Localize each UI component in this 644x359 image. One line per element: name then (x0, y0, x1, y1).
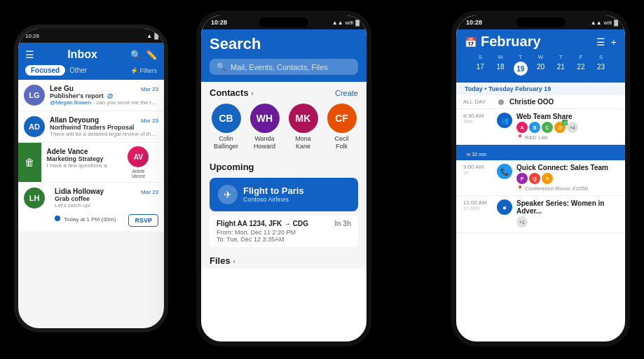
filter-button[interactable]: ⚡ Filters (130, 67, 157, 74)
avatar-adele-photo: AV (128, 146, 149, 167)
mid-battery-icon: ▓ (355, 20, 359, 26)
day-18[interactable]: 18 (491, 62, 511, 76)
calendar-event-lidia: Today at 1 PM (30m) (55, 216, 116, 223)
day-19-today[interactable]: 19 (514, 62, 528, 76)
speaker-attendee-more: +1 (516, 216, 528, 227)
phone-right: 10:28 ▲▲ wifi ▓ 📅 February ☰ + S M T W (451, 10, 630, 346)
search-title: Search (210, 35, 358, 53)
email-item-adele[interactable]: 🗑 Adele Vance Marketing Strategy I have … (18, 143, 164, 183)
flight-title: Flight to Paris (243, 185, 304, 196)
upcoming-title: Upcoming (210, 162, 254, 172)
duration-830: 30m (463, 119, 493, 124)
name-mona: MonaKane (295, 135, 311, 150)
menu-icon[interactable]: ☰ (25, 49, 34, 60)
mid-wifi-icon: wifi (345, 20, 354, 26)
sender-adele: Adele Vance (47, 148, 88, 155)
all-day-label: ALL DAY (463, 99, 493, 105)
search-bar[interactable]: 🔍 Mail, Events, Contacts, Files (210, 59, 358, 75)
files-title: Files › (210, 255, 235, 266)
name-wanda: WandaHoward (254, 135, 275, 150)
trash-action[interactable]: 🗑 (18, 143, 41, 182)
contacts-section-header: Contacts › Create (201, 82, 366, 101)
speaker-icon-glyph: ● (502, 204, 507, 211)
avatar-allan: AD (24, 116, 45, 137)
compose-icon[interactable]: ✏️ (146, 50, 157, 60)
day-23[interactable]: 23 (591, 62, 611, 76)
right-battery-icon: ▓ (614, 20, 618, 26)
flight-details[interactable]: Flight AA 1234, JFK → CDG In 3h From: Mo… (210, 216, 358, 247)
sender-lidia: Lidia Holloway (55, 188, 104, 195)
event-web-team[interactable]: 8:30 AM 30m 👥 Web Team Share A B C ✓ D +… (456, 109, 625, 145)
name-colin: ColinBallinger (214, 135, 238, 150)
contact-colin[interactable]: CB ColinBallinger (210, 104, 242, 150)
cal-list-view-icon[interactable]: ☰ (596, 36, 605, 48)
avatar-colin: CB (212, 104, 241, 133)
sales-location-icon: 📍 (516, 185, 523, 192)
email-item-lidia[interactable]: LH Lidia Holloway Mar 23 Grab coffee Let… (18, 183, 164, 232)
location-pin-icon: 📍 (516, 134, 523, 141)
subject-lee: Publisher's report @ (50, 92, 158, 99)
day-17[interactable]: 17 (470, 62, 491, 76)
preview-adele: I have a few questions a (47, 162, 107, 169)
time-900: 9:00 AM (463, 164, 493, 170)
dow-s2: S (591, 54, 611, 60)
search-icon[interactable]: 🔍 (130, 50, 142, 60)
attendee-2: B (529, 122, 540, 133)
rsvp-button[interactable]: RSVP (128, 214, 158, 227)
calendar-icon: 📅 (465, 36, 477, 48)
event-all-day[interactable]: ALL DAY Christie OOO (456, 95, 625, 109)
sales-icon: 📞 (497, 164, 512, 179)
event-section: ALL DAY Christie OOO 8:30 AM 30m 👥 Web T… (456, 95, 625, 233)
duration-900: 1h (463, 170, 493, 175)
event-christie: Christie OOO (509, 98, 554, 106)
dow-f: F (571, 54, 591, 60)
phone-left: 10:28 ▲ ▓ ☰ Inbox 🔍 ✏️ Focused Other ⚡ F… (14, 24, 168, 332)
sales-icon-glyph: 📞 (500, 168, 509, 176)
cal-add-icon[interactable]: + (611, 36, 617, 48)
flight-subtitle: Contoso Airlines (243, 196, 304, 203)
tab-focused[interactable]: Focused (25, 65, 65, 76)
attendee-3: C (542, 122, 553, 133)
cal-week-row: 17 18 19 20 21 22 23 (470, 62, 611, 76)
cal-grid: S M T W T F S 17 18 19 20 21 22 23 (465, 54, 617, 80)
upcoming-card[interactable]: ✈ Flight to Paris Contoso Airlines (210, 178, 358, 211)
all-day-dot (498, 99, 504, 105)
preview-lee: @Megan Bowen - can you send me the lates… (50, 99, 158, 106)
email-list: LG Lee Gu Mar 23 Publisher's report @ @M… (18, 80, 164, 232)
day-21[interactable]: 21 (551, 62, 571, 76)
day-22[interactable]: 22 (571, 62, 591, 76)
contact-wanda[interactable]: WH WandaHoward (248, 104, 281, 150)
dow-s1: S (470, 54, 491, 60)
left-status-bar: 10:28 ▲ ▓ (18, 29, 164, 43)
contact-cecil[interactable]: CF CecilFolk (325, 104, 358, 150)
sales-location: 📍 Conference Room X1050 (516, 185, 618, 192)
event-sales-team[interactable]: 9:00 AM 1h 📞 Quick Connect: Sales Team P… (456, 160, 625, 196)
mid-notch: 10:28 ▲▲ wifi ▓ (201, 15, 366, 29)
avatar-lee: LG (24, 85, 45, 106)
web-team-icon: 👥 (497, 113, 512, 128)
event-sales-team-wrapper: in 32 min 9:00 AM 1h 📞 Quick Connect: Sa… (456, 145, 625, 196)
left-time: 10:28 (25, 33, 39, 39)
flight-icon: ✈ (218, 185, 238, 204)
search-header: Search 🔍 Mail, Events, Contacts, Files (201, 29, 366, 82)
sender-allan: Allan Deyoung (50, 116, 99, 124)
flight-duration: In 3h (335, 220, 351, 227)
right-notch: 10:28 ▲▲ wifi ▓ (456, 15, 625, 29)
preview-lidia: Let's catch up! (55, 202, 158, 209)
day-20[interactable]: 20 (530, 62, 551, 76)
web-team-attendees: A B C ✓ D +4 (516, 122, 618, 133)
avatar-cecil: CF (327, 104, 357, 133)
mid-notch-pill (259, 17, 308, 27)
inbox-title: Inbox (67, 48, 97, 61)
in-32-bar: in 32 min (456, 145, 625, 160)
event-speaker-series[interactable]: 11:00 AM 1h 30m ● Speaker Series: Women … (456, 196, 625, 233)
tab-other[interactable]: Other (69, 66, 87, 74)
avatar-mona: MK (289, 104, 318, 133)
inbox-header: ☰ Inbox 🔍 ✏️ Focused Other ⚡ Filters (18, 43, 164, 80)
phone-mid: 10:28 ▲▲ wifi ▓ Search 🔍 Mail, Events, C… (196, 10, 371, 346)
contact-mona[interactable]: MK MonaKane (287, 104, 320, 150)
create-contact-btn[interactable]: Create (335, 89, 358, 97)
date-allan: Mar 23 (141, 118, 158, 124)
email-item-allan[interactable]: AD Allan Deyoung Mar 23 Northwind Trader… (18, 111, 164, 143)
email-item-lee[interactable]: LG Lee Gu Mar 23 Publisher's report @ @M… (18, 80, 164, 111)
